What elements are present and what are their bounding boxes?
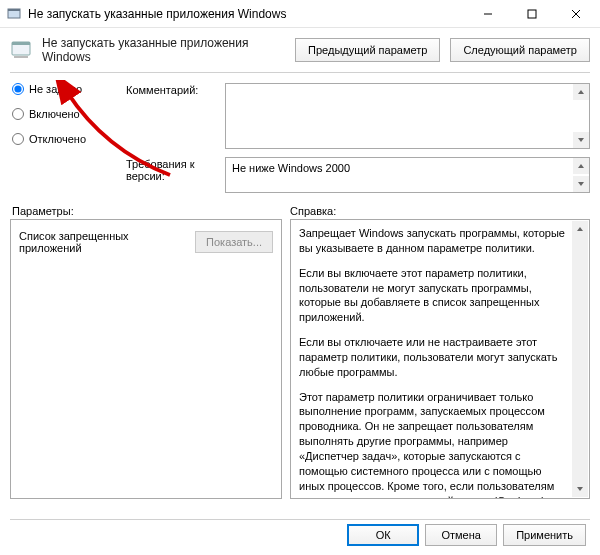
radio-enabled-input[interactable] [12,108,24,120]
dialog-buttons: ОК Отмена Применить [0,515,600,555]
scroll-down-icon[interactable] [573,132,589,148]
svg-marker-13 [577,227,583,231]
next-setting-button[interactable]: Следующий параметр [450,38,590,62]
prev-setting-button[interactable]: Предыдущий параметр [295,38,440,62]
help-p3: Если вы отключаете или не настраиваете э… [299,335,569,380]
comment-textbox[interactable] [225,83,590,149]
radio-disabled-label: Отключено [29,133,86,145]
header-row: Не запускать указанные приложения Window… [0,28,600,72]
minimize-button[interactable] [466,0,510,28]
config-grid: Не задано Включено Отключено Комментарий… [0,73,600,199]
titlebar: Не запускать указанные приложения Window… [0,0,600,28]
comment-scrollbar[interactable] [573,84,589,148]
lower-content: Список запрещенных приложений Показать..… [0,219,600,499]
radio-not-configured-label: Не задано [29,83,82,95]
help-scrollbar[interactable] [572,221,588,497]
svg-rect-1 [8,9,20,11]
radio-disabled-input[interactable] [12,133,24,145]
radio-not-configured[interactable]: Не задано [12,83,122,95]
apply-button[interactable]: Применить [503,524,586,546]
svg-rect-7 [12,42,30,45]
radio-not-configured-input[interactable] [12,83,24,95]
divider [10,519,590,520]
params-box: Список запрещенных приложений Показать..… [10,219,282,499]
requirements-scrollbar[interactable] [573,158,589,192]
requirements-textbox[interactable]: Не ниже Windows 2000 [225,157,590,193]
radio-enabled[interactable]: Включено [12,108,122,120]
radio-enabled-label: Включено [29,108,80,120]
window-title: Не запускать указанные приложения Window… [28,7,466,21]
svg-rect-8 [14,56,28,58]
help-box[interactable]: Запрещает Windows запускать программы, к… [290,219,590,499]
close-button[interactable] [554,0,598,28]
ok-button[interactable]: ОК [347,524,419,546]
policy-icon [10,39,32,61]
maximize-button[interactable] [510,0,554,28]
comment-label: Комментарий: [126,83,221,96]
requirements-text: Не ниже Windows 2000 [232,162,350,174]
svg-marker-9 [578,90,584,94]
svg-marker-12 [578,182,584,186]
help-p4: Этот параметр политики ограничивает толь… [299,390,569,499]
svg-marker-11 [578,164,584,168]
help-label: Справка: [290,205,590,217]
help-p1: Запрещает Windows запускать программы, к… [299,226,569,256]
scroll-down-icon[interactable] [573,176,589,192]
lower-labels: Параметры: Справка: [0,199,600,219]
scroll-up-icon[interactable] [573,84,589,100]
header-title: Не запускать указанные приложения Window… [42,36,285,64]
app-icon [6,6,22,22]
params-list-label: Список запрещенных приложений [19,230,187,254]
params-label: Параметры: [12,205,290,217]
scroll-down-icon[interactable] [572,481,588,497]
help-p2: Если вы включаете этот параметр политики… [299,266,569,325]
svg-marker-14 [577,487,583,491]
svg-marker-10 [578,138,584,142]
scroll-up-icon[interactable] [573,158,589,174]
svg-rect-3 [528,10,536,18]
scroll-up-icon[interactable] [572,221,588,237]
requirements-label: Требования к версии: [126,157,221,182]
cancel-button[interactable]: Отмена [425,524,497,546]
radio-disabled[interactable]: Отключено [12,133,122,145]
show-button: Показать... [195,231,273,253]
